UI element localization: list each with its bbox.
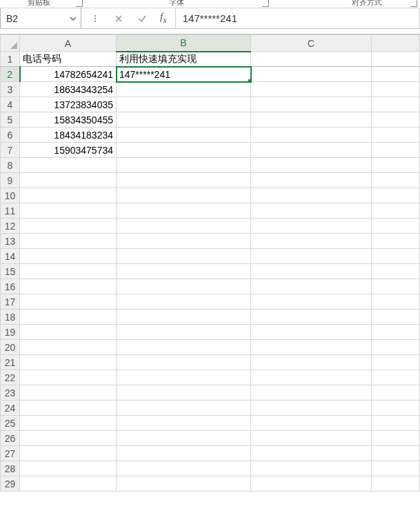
cell-D28[interactable] — [372, 461, 420, 476]
cell-B8[interactable] — [117, 158, 251, 173]
cell-B21[interactable] — [117, 355, 251, 370]
name-box[interactable]: B2 — [0, 8, 81, 28]
cell-D17[interactable] — [372, 294, 420, 310]
cell-C11[interactable] — [251, 203, 372, 219]
cell-A16[interactable] — [20, 279, 117, 294]
cell-B9[interactable] — [117, 173, 251, 188]
dialog-launcher-icon[interactable] — [76, 0, 83, 7]
col-header-B[interactable]: B — [117, 35, 251, 52]
cell-A6[interactable]: 18434183234 — [20, 128, 117, 143]
cell-A11[interactable] — [20, 203, 117, 219]
cell-B11[interactable] — [117, 203, 251, 219]
cell-D8[interactable] — [372, 158, 420, 173]
col-header-D[interactable] — [372, 35, 420, 52]
row-header[interactable]: 10 — [1, 188, 20, 203]
cell-C29[interactable] — [251, 476, 372, 492]
cell-D3[interactable] — [372, 82, 420, 97]
cell-D21[interactable] — [372, 355, 420, 370]
cell-B2[interactable]: 147*****241 — [117, 67, 251, 82]
row-header[interactable]: 1 — [1, 52, 20, 67]
cell-D13[interactable] — [372, 234, 420, 249]
grid[interactable]: A B C 1电话号码利用快速填充实现214782654241147*****2… — [0, 34, 420, 492]
row-header[interactable]: 15 — [1, 264, 20, 279]
cell-D22[interactable] — [372, 370, 420, 385]
row-header[interactable]: 4 — [1, 97, 20, 112]
cell-B26[interactable] — [117, 431, 251, 446]
row-header[interactable]: 16 — [1, 279, 20, 294]
row-header[interactable]: 6 — [1, 128, 20, 143]
cell-D16[interactable] — [372, 279, 420, 294]
cell-A5[interactable]: 15834350455 — [20, 112, 117, 128]
cell-A22[interactable] — [20, 370, 117, 385]
chevron-down-icon[interactable] — [70, 15, 77, 22]
cell-D24[interactable] — [372, 401, 420, 416]
cell-B20[interactable] — [117, 340, 251, 355]
cell-C18[interactable] — [251, 310, 372, 325]
row-header[interactable]: 22 — [1, 370, 20, 385]
cell-D25[interactable] — [372, 416, 420, 431]
cell-D29[interactable] — [372, 476, 420, 492]
dialog-launcher-icon[interactable] — [410, 0, 417, 7]
cell-B3[interactable] — [117, 82, 251, 97]
cell-C16[interactable] — [251, 279, 372, 294]
cell-B19[interactable] — [117, 325, 251, 340]
row-header[interactable]: 25 — [1, 416, 20, 431]
col-header-C[interactable]: C — [251, 35, 372, 52]
row-header[interactable]: 9 — [1, 173, 20, 188]
cell-C22[interactable] — [251, 370, 372, 385]
cell-D6[interactable] — [372, 128, 420, 143]
cell-B23[interactable] — [117, 385, 251, 401]
cell-B17[interactable] — [117, 294, 251, 310]
cell-A4[interactable]: 13723834035 — [20, 97, 117, 112]
cell-A23[interactable] — [20, 385, 117, 401]
cell-C20[interactable] — [251, 340, 372, 355]
cell-C14[interactable] — [251, 249, 372, 264]
row-header[interactable]: 20 — [1, 340, 20, 355]
cell-C2[interactable] — [251, 67, 372, 82]
select-all-corner[interactable] — [1, 35, 20, 52]
cell-D4[interactable] — [372, 97, 420, 112]
row-header[interactable]: 5 — [1, 112, 20, 128]
cell-D15[interactable] — [372, 264, 420, 279]
cell-C7[interactable] — [251, 143, 372, 158]
row-header[interactable]: 11 — [1, 203, 20, 219]
row-header[interactable]: 13 — [1, 234, 20, 249]
check-icon[interactable] — [137, 13, 148, 24]
cell-C15[interactable] — [251, 264, 372, 279]
row-header[interactable]: 19 — [1, 325, 20, 340]
cell-A8[interactable] — [20, 158, 117, 173]
cell-A29[interactable] — [20, 476, 117, 492]
cell-A20[interactable] — [20, 340, 117, 355]
cell-C9[interactable] — [251, 173, 372, 188]
cell-C1[interactable] — [251, 52, 372, 67]
worksheet[interactable]: A B C 1电话号码利用快速填充实现214782654241147*****2… — [0, 34, 420, 492]
cell-A12[interactable] — [20, 219, 117, 234]
cell-B18[interactable] — [117, 310, 251, 325]
cell-D23[interactable] — [372, 385, 420, 401]
cell-B14[interactable] — [117, 249, 251, 264]
cell-B13[interactable] — [117, 234, 251, 249]
cell-A13[interactable] — [20, 234, 117, 249]
cell-C26[interactable] — [251, 431, 372, 446]
cell-C25[interactable] — [251, 416, 372, 431]
cell-B1[interactable]: 利用快速填充实现 — [117, 52, 251, 67]
row-header[interactable]: 18 — [1, 310, 20, 325]
cell-C6[interactable] — [251, 128, 372, 143]
cell-D12[interactable] — [372, 219, 420, 234]
cell-A24[interactable] — [20, 401, 117, 416]
fx-icon[interactable]: fx — [160, 11, 167, 26]
cell-B28[interactable] — [117, 461, 251, 476]
cell-A10[interactable] — [20, 188, 117, 203]
cell-D11[interactable] — [372, 203, 420, 219]
cell-D1[interactable] — [372, 52, 420, 67]
cell-D14[interactable] — [372, 249, 420, 264]
cell-A7[interactable]: 15903475734 — [20, 143, 117, 158]
formula-input[interactable]: 147*****241 — [176, 8, 420, 28]
row-header[interactable]: 23 — [1, 385, 20, 401]
cell-C23[interactable] — [251, 385, 372, 401]
cell-D7[interactable] — [372, 143, 420, 158]
cell-C28[interactable] — [251, 461, 372, 476]
cell-C13[interactable] — [251, 234, 372, 249]
cell-A3[interactable]: 18634343254 — [20, 82, 117, 97]
row-header[interactable]: 8 — [1, 158, 20, 173]
